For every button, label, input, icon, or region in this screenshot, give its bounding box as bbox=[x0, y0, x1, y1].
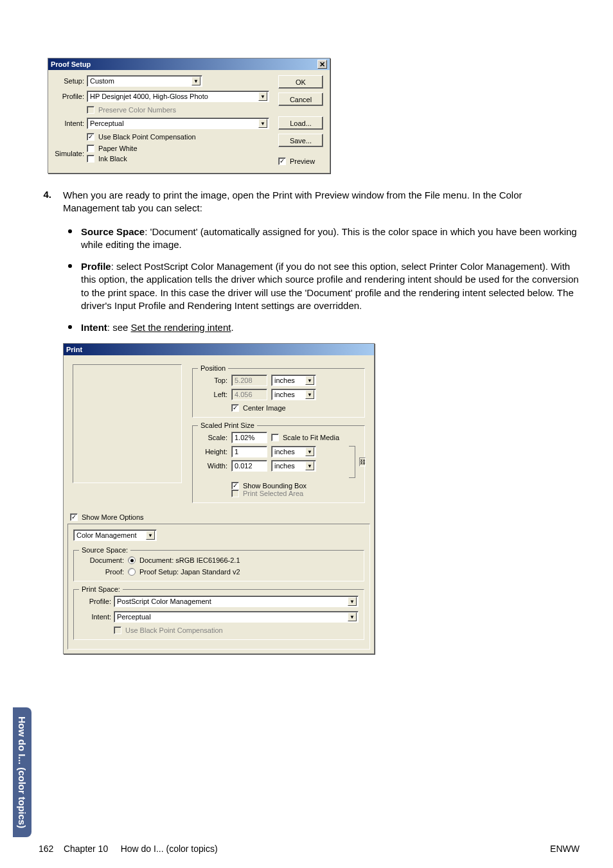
height-unit-dropdown[interactable]: inches▼ bbox=[271, 446, 316, 457]
setup-value: Custom bbox=[90, 77, 114, 85]
height-label: Height: bbox=[198, 448, 227, 456]
proof-setup-titlebar[interactable]: Proof Setup ✕ bbox=[48, 58, 330, 70]
left-input: 4.056 bbox=[231, 389, 267, 400]
chevron-down-icon: ▼ bbox=[305, 376, 314, 385]
document-radio[interactable]: Document: sRGB IEC61966-2.1 bbox=[128, 556, 359, 564]
scale-label: Scale: bbox=[198, 434, 227, 441]
chevron-down-icon: ▼ bbox=[305, 461, 314, 470]
setup-label: Setup: bbox=[55, 77, 84, 85]
print-use-bpc-checkbox: Use Black Point Compensation bbox=[114, 626, 359, 634]
chevron-down-icon: ▼ bbox=[258, 119, 267, 128]
chevron-down-icon: ▼ bbox=[146, 531, 155, 540]
use-bpc-label: Use Black Point Compensation bbox=[98, 133, 196, 141]
page-footer: 162 Chapter 10 How do I... (color topics… bbox=[0, 844, 613, 854]
width-label: Width: bbox=[198, 462, 227, 470]
profile-label: Profile: bbox=[55, 93, 84, 100]
chain-icon[interactable]: ⛓ bbox=[359, 457, 366, 466]
proof-label: Proof: bbox=[79, 568, 124, 576]
use-bpc-checkbox[interactable]: ✓Use Black Point Compensation bbox=[87, 133, 196, 141]
print-preview-pane bbox=[73, 364, 182, 483]
left-label: Left: bbox=[198, 391, 227, 398]
save-button[interactable]: Save... bbox=[278, 134, 323, 147]
bullet-profile: Profile: select PostScript Color Managem… bbox=[63, 260, 581, 312]
ok-button[interactable]: OK bbox=[278, 75, 323, 89]
bullet-source-space: Source Space: 'Document' (automatically … bbox=[63, 226, 581, 252]
top-input: 5.208 bbox=[231, 375, 267, 386]
intent-label: Intent: bbox=[55, 120, 84, 127]
footer-right: ENWW bbox=[550, 844, 580, 854]
chevron-down-icon: ▼ bbox=[305, 447, 314, 456]
preserve-label: Preserve Color Numbers bbox=[98, 106, 176, 114]
proof-setup-dialog: Proof Setup ✕ Setup: Custom ▼ Profile: bbox=[48, 58, 330, 173]
ink-black-label: Ink Black bbox=[98, 155, 127, 163]
print-profile-dropdown[interactable]: PostScript Color Management▼ bbox=[114, 596, 359, 607]
bullet-intent: Intent: see Set the rendering intent. bbox=[63, 321, 581, 334]
step-number: 4. bbox=[32, 189, 51, 215]
intent-dropdown[interactable]: Perceptual ▼ bbox=[87, 118, 269, 129]
preserve-color-checkbox: Preserve Color Numbers bbox=[87, 106, 176, 114]
left-unit-dropdown[interactable]: inches▼ bbox=[271, 389, 316, 400]
chevron-down-icon: ▼ bbox=[305, 390, 314, 399]
source-space-fieldset: Source Space: Document: Document: sRGB I… bbox=[73, 546, 364, 581]
print-space-legend: Print Space: bbox=[79, 585, 123, 593]
profile-dropdown[interactable]: HP Designjet 4000, High-Gloss Photo ▼ bbox=[87, 91, 269, 102]
chevron-down-icon: ▼ bbox=[348, 612, 357, 621]
width-unit-dropdown[interactable]: inches▼ bbox=[271, 460, 316, 472]
paper-white-checkbox[interactable]: Paper White bbox=[87, 145, 138, 152]
step-4: 4. When you are ready to print the image… bbox=[32, 189, 581, 215]
scaled-legend: Scaled Print Size bbox=[198, 421, 257, 429]
top-unit-dropdown[interactable]: inches▼ bbox=[271, 375, 316, 386]
simulate-label: Simulate: bbox=[55, 150, 84, 157]
chapter-label: Chapter 10 bbox=[64, 844, 108, 854]
print-intent-dropdown[interactable]: Perceptual▼ bbox=[114, 611, 359, 623]
chevron-down-icon: ▼ bbox=[258, 92, 267, 101]
proof-radio[interactable]: Proof Setup: Japan Standard v2 bbox=[128, 568, 359, 576]
show-more-options-checkbox[interactable]: ✓Show More Options bbox=[70, 513, 370, 521]
page-number: 162 bbox=[39, 844, 53, 854]
intent-value: Perceptual bbox=[90, 120, 124, 127]
print-profile-label: Profile: bbox=[79, 598, 111, 605]
preview-label: Preview bbox=[290, 157, 315, 165]
width-input[interactable]: 0.012 bbox=[231, 460, 267, 472]
print-intent-label: Intent: bbox=[79, 613, 111, 621]
chapter-title: How do I... (color topics) bbox=[121, 844, 218, 854]
height-input[interactable]: 1 bbox=[231, 446, 267, 457]
ink-black-checkbox[interactable]: Ink Black bbox=[87, 155, 138, 163]
load-button[interactable]: Load... bbox=[278, 116, 323, 130]
color-management-tab-dropdown[interactable]: Color Management▼ bbox=[73, 529, 157, 541]
center-image-checkbox[interactable]: ✓Center Image bbox=[231, 404, 359, 412]
print-selected-area-checkbox: Print Selected Area bbox=[231, 490, 359, 497]
document-label: Document: bbox=[79, 556, 124, 564]
profile-value: HP Designjet 4000, High-Gloss Photo bbox=[90, 93, 208, 100]
position-legend: Position bbox=[198, 364, 228, 372]
step-text: When you are ready to print the image, o… bbox=[63, 189, 581, 215]
preview-checkbox[interactable]: ✓Preview bbox=[278, 157, 323, 165]
paper-white-label: Paper White bbox=[98, 145, 138, 152]
top-label: Top: bbox=[198, 376, 227, 384]
side-tab: How do I... (color topics) bbox=[13, 707, 31, 837]
chevron-down-icon: ▼ bbox=[348, 597, 357, 606]
cancel-button[interactable]: Cancel bbox=[278, 93, 323, 106]
print-space-fieldset: Print Space: Profile: PostScript Color M… bbox=[73, 585, 364, 640]
scale-input[interactable]: 1.02% bbox=[231, 432, 267, 443]
proof-setup-title: Proof Setup bbox=[51, 60, 91, 68]
scale-to-fit-checkbox[interactable]: Scale to Fit Media bbox=[271, 434, 345, 441]
source-space-legend: Source Space: bbox=[79, 546, 130, 554]
scaled-print-size-fieldset: Scaled Print Size Scale: 1.02% Scale to … bbox=[192, 421, 365, 503]
print-titlebar[interactable]: Print bbox=[64, 344, 374, 355]
set-rendering-intent-link[interactable]: Set the rendering intent bbox=[131, 322, 231, 333]
show-bounding-box-checkbox[interactable]: ✓Show Bounding Box bbox=[231, 482, 359, 490]
setup-dropdown[interactable]: Custom ▼ bbox=[87, 75, 202, 87]
chevron-down-icon: ▼ bbox=[191, 76, 200, 85]
position-fieldset: Position Top: 5.208 inches▼ Left: 4.056 … bbox=[192, 364, 365, 418]
close-icon[interactable]: ✕ bbox=[317, 60, 327, 69]
print-title: Print bbox=[66, 346, 82, 353]
print-dialog: Print Position Top: 5.208 inches▼ Left: … bbox=[63, 343, 375, 654]
